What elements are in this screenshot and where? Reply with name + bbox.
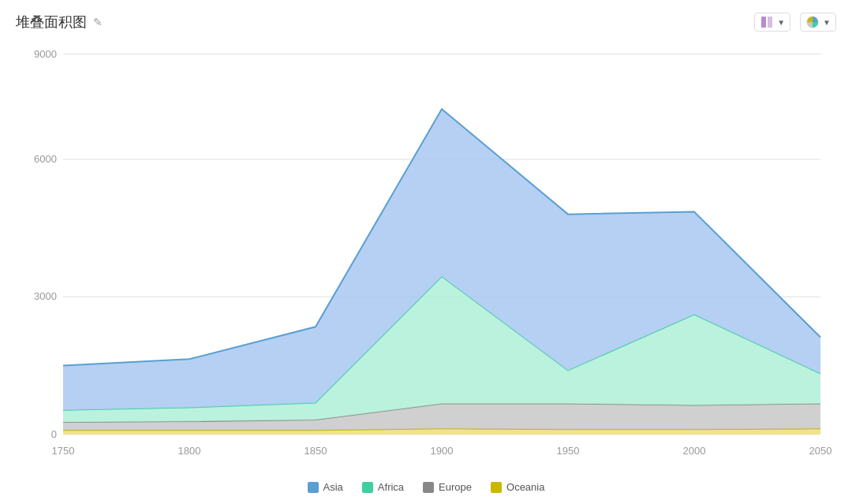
svg-text:9000: 9000	[34, 47, 57, 59]
title-area: 堆叠面积图 ✎	[16, 13, 103, 32]
chart-legend: Asia Africa Europe Oceania	[16, 475, 836, 496]
color-chevron: ▼	[823, 18, 831, 27]
layout-chevron: ▼	[777, 18, 785, 27]
legend-color-europe	[423, 482, 434, 493]
layout-button[interactable]: ▼	[754, 13, 790, 32]
legend-color-oceania	[491, 482, 502, 493]
legend-color-asia	[308, 482, 319, 493]
chart-area: 0 3000 6000 9000 1750 1800 1850 1900 195…	[16, 38, 836, 496]
legend-label-asia: Asia	[323, 481, 343, 493]
legend-color-africa	[362, 482, 373, 493]
svg-text:1850: 1850	[305, 445, 327, 457]
layout-icon	[760, 15, 774, 29]
svg-text:2000: 2000	[683, 445, 706, 457]
chart-svg-container: 0 3000 6000 9000 1750 1800 1850 1900 195…	[16, 38, 836, 475]
svg-text:6000: 6000	[34, 153, 57, 165]
color-icon	[805, 15, 820, 29]
svg-text:3000: 3000	[34, 290, 57, 302]
main-container: 堆叠面积图 ✎ ▼ ▼	[0, 0, 852, 504]
svg-text:1750: 1750	[52, 445, 75, 457]
stacked-area-chart: 0 3000 6000 9000 1750 1800 1850 1900 195…	[16, 38, 836, 475]
header-controls: ▼ ▼	[754, 13, 836, 32]
color-button[interactable]: ▼	[800, 13, 836, 32]
legend-item-oceania: Oceania	[491, 481, 544, 493]
svg-text:1900: 1900	[431, 445, 454, 457]
legend-label-europe: Europe	[439, 481, 472, 493]
edit-icon[interactable]: ✎	[93, 16, 103, 28]
svg-rect-1	[768, 17, 772, 28]
legend-item-asia: Asia	[308, 481, 343, 493]
legend-label-oceania: Oceania	[506, 481, 544, 493]
svg-text:1800: 1800	[178, 445, 201, 457]
legend-label-africa: Africa	[378, 481, 404, 493]
svg-text:0: 0	[51, 428, 57, 440]
chart-title: 堆叠面积图	[16, 13, 87, 32]
svg-text:1950: 1950	[557, 445, 580, 457]
chart-header: 堆叠面积图 ✎ ▼ ▼	[16, 13, 836, 32]
svg-rect-0	[761, 17, 766, 28]
svg-text:2050: 2050	[809, 445, 832, 457]
legend-item-africa: Africa	[362, 481, 404, 493]
legend-item-europe: Europe	[423, 481, 472, 493]
